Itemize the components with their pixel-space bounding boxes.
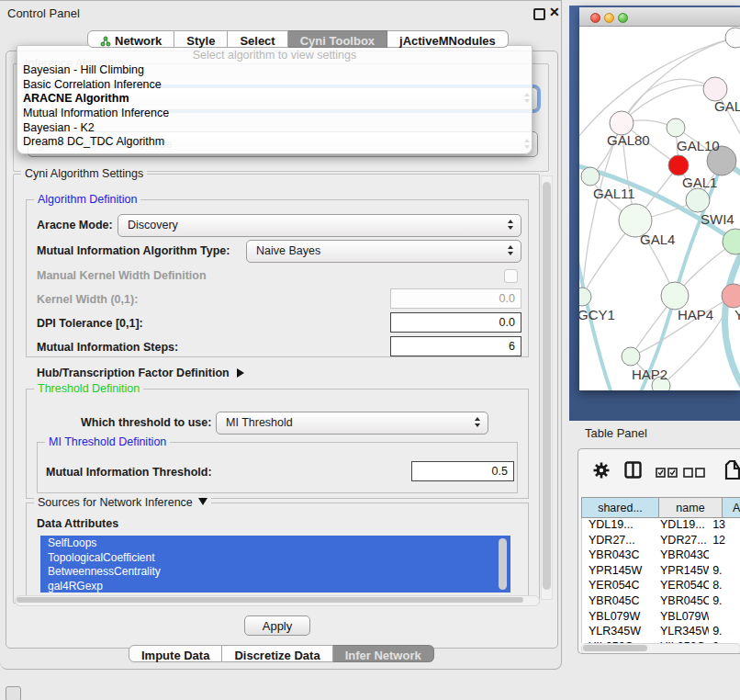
table-cell[interactable]: 9. — [709, 564, 740, 580]
tab-infer-network[interactable]: Infer Network — [333, 645, 434, 662]
network-node[interactable] — [686, 188, 710, 212]
scrollbar-thumb[interactable] — [543, 182, 551, 590]
new-table-icon[interactable] — [723, 459, 740, 485]
apply-button[interactable]: Apply — [244, 615, 310, 636]
algorithm-option[interactable]: ARACNE Algorithm — [17, 91, 532, 106]
table-cell[interactable]: 12 — [709, 534, 740, 549]
table-cell[interactable]: YBR045C — [652, 594, 709, 610]
table-row[interactable]: YBR043CYBR043C — [582, 548, 740, 564]
table-cell[interactable]: YPR145W — [652, 564, 709, 580]
close-traffic-light-icon[interactable] — [590, 13, 600, 23]
manual-kernel-checkbox[interactable] — [504, 269, 518, 283]
table-cell[interactable]: YDR27... — [582, 534, 652, 549]
table-cell[interactable]: YLR345W — [582, 625, 652, 640]
table-row[interactable]: YDL19...YDL19...13 — [582, 518, 740, 534]
data-attributes-list[interactable]: SelfLoopsTopologicalCoefficientBetweenne… — [40, 536, 510, 593]
tab-discretize-data[interactable]: Discretize Data — [222, 645, 332, 662]
attribute-list-item[interactable]: TopologicalCoefficient — [40, 550, 510, 565]
kernel-width-field[interactable]: 0.0 — [390, 288, 521, 309]
table-cell[interactable]: YER054C — [652, 579, 709, 594]
table-cell[interactable]: YBR043C — [652, 548, 709, 564]
table-row[interactable]: YBL079WYBL079W — [582, 610, 740, 626]
network-node[interactable] — [725, 28, 740, 48]
table-cell[interactable]: YDR27... — [652, 534, 709, 549]
columns-icon[interactable] — [624, 461, 642, 482]
network-node[interactable] — [579, 288, 591, 306]
table-cell[interactable]: 8. — [709, 579, 740, 594]
aracne-mode-combo[interactable]: Discovery — [118, 214, 521, 237]
mi-type-label: Mutual Information Algorithm Type: — [37, 244, 230, 257]
table-cell[interactable]: 13 — [709, 518, 740, 534]
network-icon — [100, 36, 111, 50]
table-row[interactable]: YLR345WYLR345W9. — [582, 625, 740, 640]
algorithm-option[interactable]: Basic Correlation Inference — [17, 77, 532, 92]
dpi-tolerance-field[interactable]: 0.0 — [390, 312, 521, 333]
network-window-titlebar[interactable] — [579, 7, 740, 27]
table-row[interactable]: YER054CYER054C8. — [582, 579, 740, 594]
zoom-traffic-light-icon[interactable] — [618, 13, 628, 23]
network-node[interactable] — [668, 155, 689, 175]
table-horizontal-scrollbar[interactable] — [581, 643, 740, 654]
table-cell[interactable] — [709, 610, 740, 626]
which-threshold-combo[interactable]: MI Threshold — [216, 412, 488, 435]
table-row[interactable]: YDR27...YDR27...12 — [582, 534, 740, 549]
mi-threshold-field[interactable]: 0.5 — [411, 461, 514, 481]
minimize-traffic-light-icon[interactable] — [604, 13, 614, 23]
table-cell[interactable]: 9. — [709, 625, 740, 640]
settings-vertical-scrollbar[interactable] — [541, 175, 553, 600]
table-cell[interactable]: YBR043C — [582, 548, 652, 564]
attribute-list-item[interactable]: BetweennessCentrality — [40, 564, 510, 579]
algorithm-option[interactable]: Bayesian - K2 — [17, 120, 532, 135]
column-header-shared-name[interactable]: shared... — [581, 497, 659, 518]
scrollbar-thumb[interactable] — [17, 597, 523, 603]
close-icon[interactable]: ✕ — [549, 5, 560, 19]
algorithm-option[interactable]: Bayesian - Hill Climbing — [17, 62, 532, 77]
kernel-width-label: Kernel Width (0,1): — [37, 293, 138, 306]
gear-icon[interactable] — [592, 461, 611, 483]
network-node[interactable] — [661, 282, 689, 310]
table-row[interactable]: YBR045CYBR045C9. — [582, 594, 740, 610]
scrollbar-thumb[interactable] — [583, 645, 647, 651]
table-cell[interactable]: YBR045C — [582, 594, 652, 610]
mi-type-combo[interactable]: Naive Bayes — [246, 240, 521, 263]
network-node[interactable] — [667, 119, 685, 137]
hub-definition-toggle[interactable]: Hub/Transcription Factor Definition — [37, 367, 244, 379]
table-cell[interactable]: YER054C — [582, 579, 652, 594]
table-cell[interactable]: YDL19... — [652, 518, 709, 534]
tab-style[interactable]: Style — [174, 30, 228, 48]
minimized-panel-button[interactable] — [6, 686, 21, 700]
network-edge[interactable] — [582, 123, 622, 297]
attribute-list-item[interactable]: SelfLoops — [40, 536, 510, 550]
network-canvas[interactable]: GALGAL80GAL10GAL11GAL1SWI4GAL4GCY1HAP4YH… — [579, 27, 740, 390]
collapsed-arrow-icon — [237, 368, 244, 378]
float-window-icon[interactable] — [533, 8, 545, 20]
tab-impute-data[interactable]: Impute Data — [129, 645, 222, 662]
tab-network[interactable]: Network — [87, 30, 174, 48]
table-cell[interactable]: YDL19... — [582, 518, 652, 534]
tab-cyni-toolbox[interactable]: Cyni Toolbox — [288, 30, 387, 48]
list-scrollbar-thumb[interactable] — [499, 538, 507, 590]
table-cell[interactable]: YLR345W — [652, 625, 709, 640]
column-header-name[interactable]: name — [659, 497, 723, 518]
table-cell[interactable] — [709, 548, 740, 564]
tab-select[interactable]: Select — [228, 30, 287, 48]
algorithm-option[interactable]: Mutual Information Inference — [17, 106, 532, 120]
table-cell[interactable]: YPR145W — [582, 564, 652, 580]
attribute-list-item[interactable]: gal4RGexp — [40, 579, 510, 593]
table-row[interactable]: YPR145WYPR145W9. — [582, 564, 740, 580]
network-node[interactable] — [622, 347, 640, 366]
table-cell[interactable]: YBL079W — [582, 610, 652, 626]
select-all-checkboxes-icon[interactable] — [656, 465, 678, 481]
algorithm-option[interactable]: Dream8 DC_TDC Algorithm — [17, 134, 532, 149]
tab-jactivemnodules[interactable]: jActiveMNodules — [387, 30, 509, 48]
combo-stepper-icon — [508, 220, 513, 230]
deselect-all-checkboxes-icon[interactable] — [683, 465, 705, 481]
sources-group-label[interactable]: Sources for Network Inference — [34, 496, 211, 509]
network-node[interactable] — [581, 167, 600, 186]
table-cell[interactable]: YBL079W — [652, 610, 709, 626]
settings-group-label: Cyni Algorithm Settings — [21, 167, 147, 180]
mi-steps-field[interactable]: 6 — [390, 336, 521, 356]
settings-horizontal-scrollbar[interactable] — [15, 595, 540, 606]
table-cell[interactable]: 9. — [709, 594, 740, 610]
column-header-cut[interactable]: A — [723, 497, 740, 518]
